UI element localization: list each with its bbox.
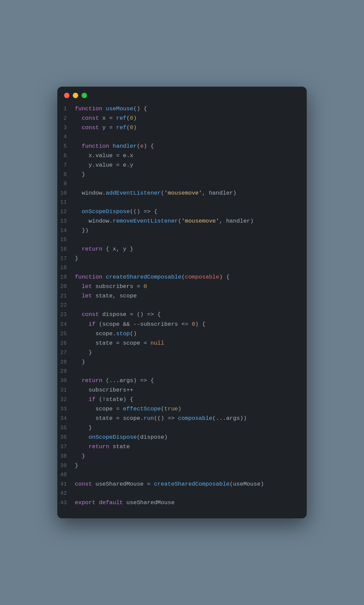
code-line-4: 4 <box>57 133 307 142</box>
code-line-40: 40 <box>57 470 307 480</box>
code-line-23: 23 const dispose = () => { <box>57 310 307 319</box>
code-line-39: 39 } <box>57 461 307 470</box>
code-line-43: 43 export default useSharedMouse <box>57 498 307 508</box>
code-line-9: 9 <box>57 179 307 189</box>
code-line-14: 14 }) <box>57 226 307 235</box>
code-line-36: 36 onScopeDispose(dispose) <box>57 433 307 442</box>
code-line-41: 41 const useSharedMouse = createSharedCo… <box>57 480 307 489</box>
code-line-10: 10 window.addEventListener('mousemove', … <box>57 189 307 198</box>
code-line-11: 11 <box>57 198 307 207</box>
code-line-22: 22 <box>57 301 307 310</box>
titlebar <box>57 87 307 103</box>
code-line-24: 24 if (scope && --subscribers <= 0) { <box>57 320 307 329</box>
code-line-6: 6 x.value = e.x <box>57 151 307 161</box>
code-line-20: 20 let subscribers = 0 <box>57 282 307 291</box>
code-line-8: 8 } <box>57 170 307 179</box>
code-line-31: 31 subscribers++ <box>57 385 307 395</box>
code-line-5: 5 function handler(e) { <box>57 142 307 151</box>
code-line-35: 35 } <box>57 423 307 433</box>
code-line-33: 33 scope = effectScope(true) <box>57 404 307 414</box>
code-line-42: 42 <box>57 489 307 498</box>
code-line-21: 21 let state, scope <box>57 291 307 301</box>
code-line-27: 27 } <box>57 348 307 357</box>
code-line-1: 1 function useMouse() { <box>57 104 307 114</box>
code-line-30: 30 return (...args) => { <box>57 376 307 385</box>
code-line-19: 19 function createSharedComposable(compo… <box>57 272 307 282</box>
code-editor: 1 function useMouse() { 2 const x = ref(… <box>57 103 307 508</box>
code-line-38: 38 } <box>57 452 307 461</box>
code-line-13: 13 window.removeEventListener('mousemove… <box>57 217 307 226</box>
code-window: 1 function useMouse() { 2 const x = ref(… <box>57 87 307 519</box>
code-line-2: 2 const x = ref(0) <box>57 114 307 123</box>
code-line-17: 17 } <box>57 254 307 263</box>
minimize-button[interactable] <box>73 93 78 98</box>
code-line-29: 29 <box>57 367 307 376</box>
code-line-37: 37 return state <box>57 442 307 452</box>
close-button[interactable] <box>64 93 69 98</box>
code-line-3: 3 const y = ref(0) <box>57 123 307 133</box>
code-line-15: 15 <box>57 235 307 244</box>
code-line-34: 34 state = scope.run(() => composable(..… <box>57 414 307 423</box>
code-line-26: 26 state = scope = null <box>57 339 307 348</box>
code-line-12: 12 onScopeDispose(() => { <box>57 207 307 217</box>
code-line-18: 18 <box>57 263 307 272</box>
maximize-button[interactable] <box>82 93 87 98</box>
code-line-7: 7 y.value = e.y <box>57 161 307 170</box>
code-line-16: 16 return { x, y } <box>57 244 307 254</box>
code-line-25: 25 scope.stop() <box>57 329 307 339</box>
code-line-32: 32 if (!state) { <box>57 395 307 404</box>
code-line-28: 28 } <box>57 357 307 367</box>
